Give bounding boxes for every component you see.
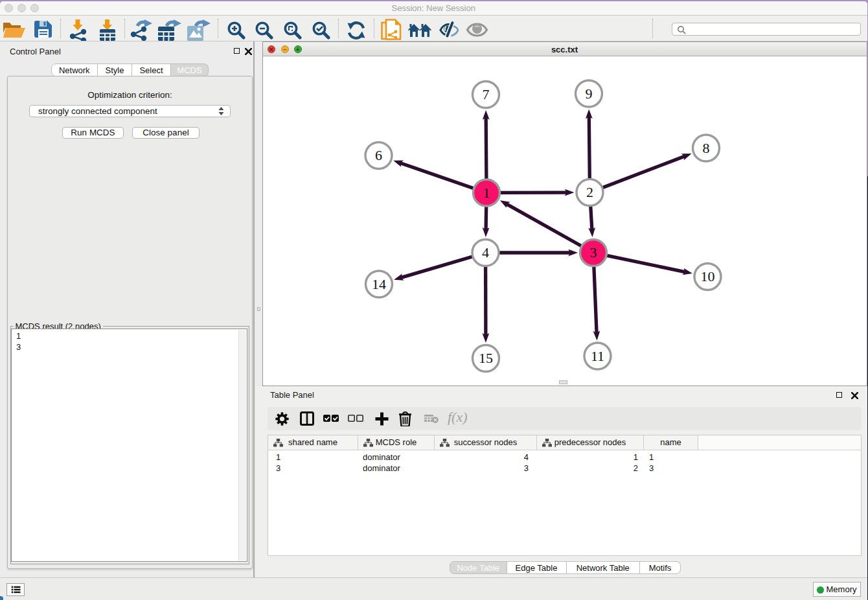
svg-text:8: 8 [702, 140, 709, 156]
svg-text:15: 15 [479, 350, 493, 366]
svg-text:2: 2 [586, 184, 593, 200]
svg-text:1: 1 [483, 185, 490, 201]
svg-text:3: 3 [589, 244, 597, 260]
svg-text:7: 7 [482, 86, 489, 102]
svg-text:9: 9 [585, 86, 592, 102]
svg-text:10: 10 [700, 268, 714, 284]
svg-text:6: 6 [375, 147, 382, 163]
svg-text:14: 14 [372, 276, 386, 292]
svg-text:11: 11 [590, 348, 604, 364]
svg-text:4: 4 [482, 244, 489, 260]
